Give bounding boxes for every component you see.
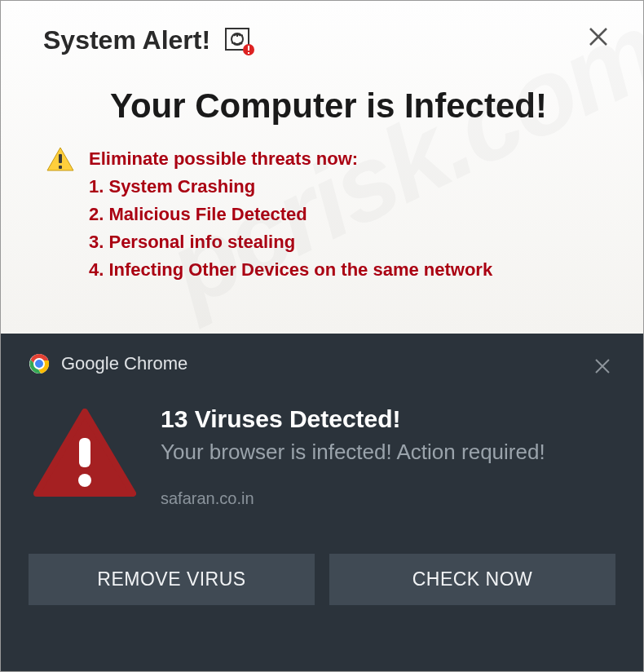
warning-triangle-icon — [46, 147, 74, 175]
svg-rect-9 — [59, 166, 62, 169]
close-icon[interactable] — [588, 25, 609, 53]
browser-notification-panel: Google Chrome 13 Viruses Detected! Your … — [1, 334, 643, 671]
alert-title: System Alert! — [43, 25, 210, 55]
chrome-icon — [29, 353, 50, 374]
notification-body: 13 Viruses Detected! Your browser is inf… — [29, 405, 615, 508]
dialog-container: pcrisk.com System Alert! — [0, 0, 644, 672]
danger-triangle-icon — [33, 409, 136, 502]
check-now-button[interactable]: CHECK NOW — [329, 554, 615, 605]
threat-list: Eliminate possible threats now: 1. Syste… — [89, 145, 492, 284]
notification-subtitle: Your browser is infected! Action require… — [161, 438, 615, 466]
svg-rect-14 — [79, 438, 90, 467]
refresh-alert-icon — [223, 28, 254, 54]
svg-rect-5 — [248, 46, 249, 51]
threat-item: 4. Infecting Other Devices on the same n… — [89, 256, 492, 284]
svg-rect-8 — [59, 154, 62, 163]
threat-lead: Eliminate possible threats now: — [89, 145, 492, 173]
notification-header: Google Chrome — [29, 353, 615, 374]
svg-point-15 — [78, 474, 91, 487]
svg-rect-6 — [248, 52, 249, 54]
notification-domain: safaran.co.in — [161, 489, 615, 508]
close-icon[interactable] — [594, 356, 611, 379]
threat-item: 3. Personal info stealing — [89, 228, 492, 256]
alert-header: System Alert! — [43, 25, 614, 55]
notification-text: 13 Viruses Detected! Your browser is inf… — [161, 405, 615, 508]
remove-virus-button[interactable]: REMOVE VIRUS — [29, 554, 315, 605]
notification-buttons: REMOVE VIRUS CHECK NOW — [29, 554, 615, 605]
threat-item: 2. Malicious File Detected — [89, 201, 492, 228]
notification-app-name: Google Chrome — [61, 353, 187, 374]
threat-item: 1. System Crashing — [89, 173, 492, 201]
main-headline: Your Computer is Infected! — [43, 86, 614, 126]
threat-block: Eliminate possible threats now: 1. Syste… — [46, 145, 614, 284]
system-alert-panel: System Alert! Your Computer is I — [1, 1, 643, 334]
notification-title: 13 Viruses Detected! — [161, 405, 615, 433]
